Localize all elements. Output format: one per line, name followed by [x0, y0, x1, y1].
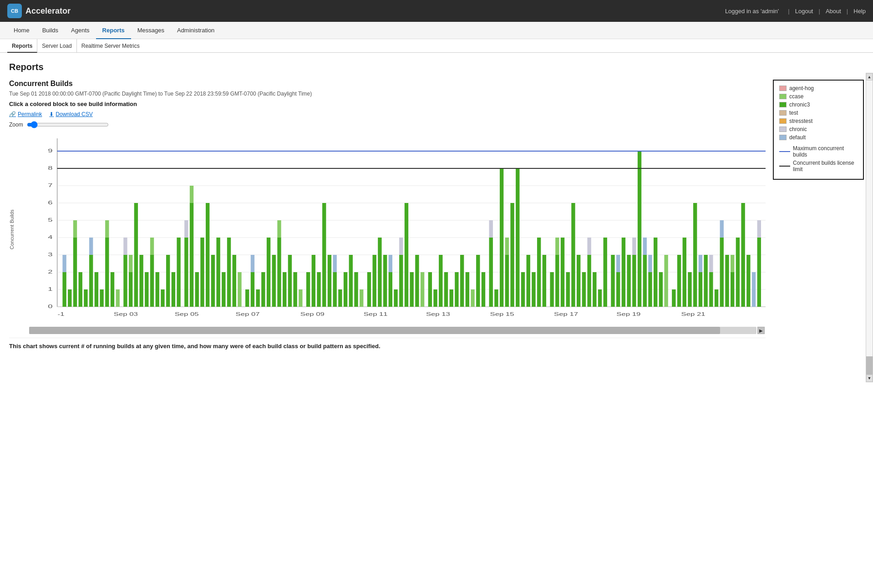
nav-reports[interactable]: Reports [96, 22, 131, 39]
svg-rect-138 [555, 255, 559, 307]
svg-rect-181 [736, 238, 740, 307]
svg-text:6: 6 [48, 200, 52, 205]
svg-rect-99 [360, 289, 363, 307]
svg-rect-48 [123, 255, 127, 307]
svg-rect-180 [731, 255, 734, 272]
legend-chronic3: chronic3 [779, 101, 858, 108]
download-csv-link[interactable]: ⬇ Download CSV [49, 111, 92, 117]
svg-text:Sep 21: Sep 21 [681, 312, 706, 317]
legend-license-limit: Concurrent builds license limit [779, 160, 858, 172]
permalink-link[interactable]: 🔗 Permalink [9, 111, 42, 117]
svg-rect-92 [328, 255, 331, 307]
nav-messages[interactable]: Messages [131, 22, 171, 39]
chart-legend: agent-hog ccase chronic3 test stresstest… [773, 80, 864, 180]
svg-rect-128 [505, 255, 509, 307]
logout-link[interactable]: Logout [795, 8, 813, 15]
svg-rect-80 [267, 238, 270, 307]
svg-rect-104 [389, 272, 392, 307]
svg-rect-110 [410, 272, 413, 307]
svg-rect-109 [405, 203, 408, 307]
svg-rect-118 [455, 272, 458, 307]
svg-rect-160 [648, 272, 652, 307]
svg-rect-169 [693, 203, 697, 307]
chart-main: Concurrent Builds Tue Sep 01 2018 00:00:… [9, 80, 766, 357]
svg-rect-182 [741, 203, 745, 307]
svg-rect-147 [593, 272, 596, 307]
topbar-right: Logged in as 'admin' | Logout | About | … [721, 8, 866, 15]
svg-rect-82 [277, 238, 281, 307]
svg-rect-159 [643, 238, 647, 255]
svg-rect-176 [720, 238, 724, 307]
svg-rect-133 [527, 255, 530, 307]
svg-rect-58 [161, 289, 164, 307]
svg-text:0: 0 [48, 304, 52, 309]
svg-rect-37 [73, 220, 77, 238]
legend-test: test [779, 110, 858, 116]
download-icon: ⬇ [49, 111, 54, 117]
svg-text:Sep 03: Sep 03 [114, 312, 138, 317]
legend-swatch-agent-hog [779, 86, 787, 91]
sep1: | [784, 8, 793, 15]
svg-rect-171 [699, 255, 702, 272]
svg-text:5: 5 [48, 217, 52, 223]
svg-rect-39 [84, 289, 87, 307]
zoom-slider[interactable] [27, 121, 109, 128]
logged-in-text: Logged in as 'admin' [721, 8, 782, 15]
svg-rect-122 [476, 255, 480, 307]
chart-scrollbar[interactable] [29, 327, 756, 334]
svg-rect-120 [466, 272, 469, 307]
svg-rect-135 [537, 238, 541, 307]
svg-rect-85 [288, 255, 292, 307]
chart-panel: Concurrent Builds Tue Sep 01 2018 00:00:… [9, 80, 864, 357]
svg-rect-154 [627, 255, 630, 307]
subnav-reports[interactable]: Reports [7, 39, 37, 53]
svg-rect-143 [577, 255, 580, 307]
legend-stresstest: stresstest [779, 118, 858, 124]
chart-header: Concurrent Builds Tue Sep 01 2018 00:00:… [9, 80, 766, 107]
svg-rect-68 [206, 203, 209, 307]
chart-scroll-right-arrow[interactable]: ▶ [757, 327, 765, 334]
nav-builds[interactable]: Builds [36, 22, 65, 39]
svg-rect-87 [299, 289, 302, 307]
svg-rect-166 [677, 255, 681, 307]
legend-label-stresstest: stresstest [789, 118, 812, 124]
svg-rect-161 [648, 255, 652, 272]
svg-rect-43 [100, 289, 103, 307]
svg-rect-72 [227, 238, 231, 307]
svg-rect-111 [415, 255, 419, 307]
svg-rect-54 [145, 272, 148, 307]
page-scrollbar[interactable]: ▲ ▼ [866, 73, 873, 357]
svg-text:Sep 09: Sep 09 [300, 312, 325, 317]
sub-nav: Reports Server Load Realtime Server Metr… [0, 39, 873, 53]
svg-rect-145 [587, 255, 591, 307]
nav-agents[interactable]: Agents [65, 22, 96, 39]
about-link[interactable]: About [826, 8, 841, 15]
svg-rect-40 [89, 255, 93, 307]
svg-rect-74 [238, 272, 241, 307]
nav-home[interactable]: Home [7, 22, 36, 39]
svg-rect-76 [251, 272, 254, 307]
scroll-up-arrow[interactable]: ▲ [866, 73, 873, 81]
nav-administration[interactable]: Administration [171, 22, 221, 39]
svg-rect-51 [129, 255, 132, 272]
svg-rect-178 [725, 255, 729, 307]
svg-rect-98 [354, 272, 358, 307]
svg-text:Sep 19: Sep 19 [616, 312, 640, 317]
svg-rect-61 [177, 238, 180, 307]
svg-rect-34 [62, 255, 66, 272]
svg-rect-67 [200, 238, 204, 307]
help-link[interactable]: Help [853, 8, 866, 15]
svg-rect-165 [672, 289, 675, 307]
svg-rect-108 [399, 238, 403, 255]
svg-rect-186 [757, 220, 761, 238]
svg-rect-157 [638, 151, 641, 307]
zoom-label: Zoom [9, 122, 23, 128]
svg-rect-47 [116, 289, 120, 307]
main-nav: Home Builds Agents Reports Messages Admi… [0, 22, 873, 39]
chart-links: 🔗 Permalink ⬇ Download CSV [9, 111, 766, 117]
legend-label-agent-hog: agent-hog [789, 85, 814, 91]
legend-label-default: default [789, 134, 806, 141]
subnav-realtime-metrics[interactable]: Realtime Server Metrics [77, 39, 144, 53]
svg-rect-117 [450, 289, 453, 307]
subnav-server-load[interactable]: Server Load [37, 39, 76, 53]
